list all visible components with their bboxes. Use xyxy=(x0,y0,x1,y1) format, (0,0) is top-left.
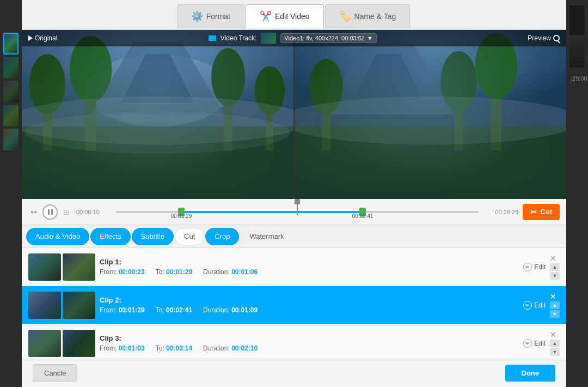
name-tag-icon: 🏷️ xyxy=(339,10,351,22)
tab-edit-video-label: Edit Video xyxy=(275,12,310,21)
clip-2-to-label: To: 00:02:41 xyxy=(156,306,192,314)
clip-2-actions: ✏ Edit xyxy=(523,301,546,310)
clip-tab-subtitle[interactable]: Subtitle xyxy=(132,228,174,245)
svg-point-15 xyxy=(25,111,290,154)
tab-edit-video[interactable]: ✂️ Edit Video xyxy=(246,4,324,28)
side-thumb-2[interactable] xyxy=(3,57,19,78)
clip-3-info: Clip 3: From: 00:01:03 To: 00:03:14 Dura… xyxy=(100,334,519,352)
clip-row-1: Clip 1: From: 00:00:23 To: 00:01:29 Dura… xyxy=(22,248,566,286)
tab-format[interactable]: ⚙️ Format xyxy=(177,4,244,28)
clip-tab-subtitle-label: Subtitle xyxy=(141,232,164,240)
svg-marker-20 xyxy=(352,54,425,102)
svg-point-27 xyxy=(295,96,566,145)
clip-3-edit-label: Edit xyxy=(534,340,546,347)
clip-1-label: Clip 1: xyxy=(100,258,519,266)
cut-label: Cut xyxy=(540,208,552,216)
preview-button[interactable]: Preview xyxy=(528,34,560,42)
video-track-label: Video Track: xyxy=(220,34,256,42)
scrubber-wrapper[interactable]: 00:01:29 00:02:41 xyxy=(116,203,479,221)
pause-button[interactable] xyxy=(42,204,58,220)
side-thumb-1[interactable] xyxy=(3,33,19,55)
side-panel-left xyxy=(0,0,22,387)
clip-2-arrow-up[interactable]: ▲ xyxy=(550,301,560,309)
clip-row-3: Clip 3: From: 00:01:03 To: 00:03:14 Dura… xyxy=(22,324,566,359)
clip-1-edit-button[interactable]: ✏ Edit xyxy=(523,263,546,271)
svg-point-9 xyxy=(211,48,245,106)
video-frame-right xyxy=(295,30,566,199)
clip-1-to-label: To: 00:01:29 xyxy=(156,268,192,276)
clip-tab-watermark[interactable]: Watermark xyxy=(240,228,293,245)
clip-2-arrow-down[interactable]: ▼ xyxy=(550,310,560,318)
svg-point-26 xyxy=(309,59,343,113)
edit-icon-3: ✏ xyxy=(523,339,532,348)
bottom-bar: Cancle Done xyxy=(22,359,566,387)
handle-left-time: 00:01:29 xyxy=(170,213,192,219)
clip-tab-audio-video-label: Audio & Video xyxy=(35,232,80,240)
clip-tabs: Audio & Video Effects Subtitle Cut Crop … xyxy=(22,225,566,248)
scissors-icon: ✂ xyxy=(530,208,537,216)
grid-button[interactable]: ⊞ xyxy=(61,207,72,217)
clip-2-close-button[interactable]: ✕ xyxy=(550,293,560,300)
svg-point-5 xyxy=(29,54,65,114)
svg-rect-25 xyxy=(322,93,330,150)
clip-tab-audio-video[interactable]: Audio & Video xyxy=(26,228,89,245)
side-thumb-3[interactable] xyxy=(3,81,19,102)
tab-name-tag[interactable]: 🏷️ Name & Tag xyxy=(325,4,411,28)
clip-1-thumb-b xyxy=(63,253,95,281)
clip-1-time-row: From: 00:00:23 To: 00:01:29 Duration: 00… xyxy=(100,268,519,276)
svg-rect-8 xyxy=(224,84,232,151)
clip-3-close-button[interactable]: ✕ xyxy=(550,331,560,338)
clip-2-from-value: 00:01:29 xyxy=(119,306,145,314)
svg-rect-6 xyxy=(85,78,96,151)
clip-3-to-label: To: 00:03:14 xyxy=(156,344,192,352)
clip-1-thumbs xyxy=(28,253,95,281)
clip-row-2: Clip 2: From: 00:01:29 To: 00:02:41 Dura… xyxy=(22,286,566,324)
svg-rect-10 xyxy=(266,96,273,151)
side-thumb-4[interactable] xyxy=(3,105,19,126)
clip-3-time-row: From: 00:01:03 To: 00:03:14 Duration: 00… xyxy=(100,344,519,352)
clip-3-thumb-b xyxy=(63,330,95,357)
clip-3-arrow-up[interactable]: ▲ xyxy=(550,340,560,347)
right-panel-time: :29:00 xyxy=(569,75,585,82)
clip-2-info: Clip 2: From: 00:01:29 To: 00:02:41 Dura… xyxy=(100,296,519,314)
cut-button[interactable]: ✂ Cut xyxy=(523,204,560,220)
clip-3-edit-button[interactable]: ✏ Edit xyxy=(523,339,546,348)
clip-1-arrow-down[interactable]: ▼ xyxy=(550,272,560,280)
clip-tab-effects-label: Effects xyxy=(100,232,121,240)
video-preview-area: Original Video Track: Video1: flv, 400x2… xyxy=(22,30,566,199)
chevron-down-icon: ▼ xyxy=(367,35,373,41)
svg-rect-21 xyxy=(455,87,464,150)
svg-point-14 xyxy=(22,96,293,145)
clip-tab-effects[interactable]: Effects xyxy=(90,228,131,245)
handle-right-time: 00:02:41 xyxy=(352,213,373,219)
done-button[interactable]: Done xyxy=(505,365,556,382)
clip-tab-crop[interactable]: Crop xyxy=(205,228,239,245)
clip-2-to-value: 00:02:41 xyxy=(166,306,192,314)
cancel-button[interactable]: Cancle xyxy=(33,364,77,382)
svg-point-11 xyxy=(255,66,285,114)
clip-2-edit-button[interactable]: ✏ Edit xyxy=(523,301,546,310)
clip-1-close-button[interactable]: ✕ xyxy=(550,255,560,262)
side-thumb-5[interactable] xyxy=(3,129,19,150)
clip-2-duration-label: Duration: 00:01:09 xyxy=(203,306,258,314)
svg-rect-16 xyxy=(295,30,566,199)
clip-3-arrow-down[interactable]: ▼ xyxy=(550,348,560,356)
search-icon xyxy=(553,35,560,41)
clip-1-arrow-up[interactable]: ▲ xyxy=(550,263,560,271)
clip-3-to-value: 00:03:14 xyxy=(166,344,192,352)
video-scene-right xyxy=(295,30,566,199)
dots-button[interactable]: ●● xyxy=(28,207,39,217)
edit-icon-2: ✏ xyxy=(523,301,532,310)
clip-2-time-row: From: 00:01:29 To: 00:02:41 Duration: 00… xyxy=(100,306,519,314)
svg-point-2 xyxy=(85,54,230,126)
svg-rect-4 xyxy=(43,90,52,151)
video-track-info: Video Track: Video1: flv, 400x224, 00:03… xyxy=(209,33,377,44)
clip-tab-cut[interactable]: Cut xyxy=(175,228,204,245)
svg-rect-3 xyxy=(22,126,293,199)
track-thumbnail xyxy=(261,33,276,44)
clip-2-side-btns: ✕ ▲ ▼ xyxy=(550,293,560,318)
play-triangle-icon xyxy=(28,35,33,41)
track-icon xyxy=(209,35,216,41)
clip-2-duration-value: 00:01:09 xyxy=(231,306,258,314)
track-dropdown[interactable]: Video1: flv, 400x224, 00:03:52 ▼ xyxy=(280,33,377,43)
